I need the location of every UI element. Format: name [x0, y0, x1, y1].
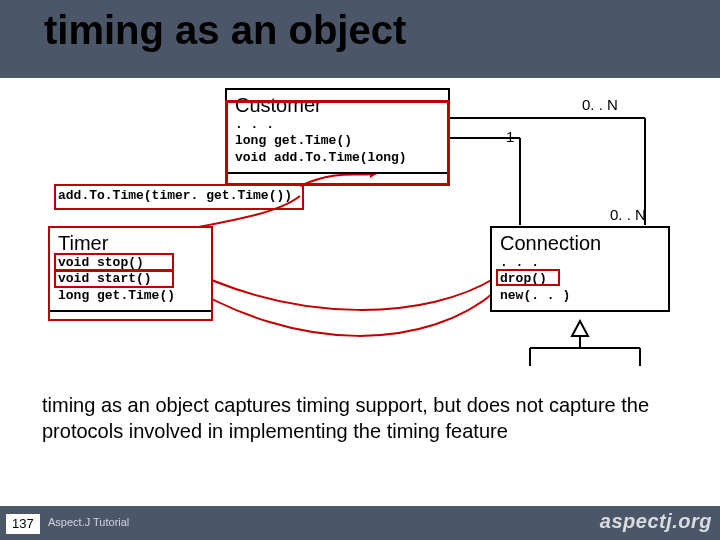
- tutorial-label: Aspect.J Tutorial: [48, 516, 129, 528]
- start-highlight: [54, 270, 174, 288]
- connection-method-new: new(. . ): [500, 288, 660, 304]
- slide-body-text: timing as an object captures timing supp…: [42, 392, 678, 444]
- uml-diagram: Customer . . . long get.Time() void add.…: [0, 78, 720, 378]
- connection-name: Connection: [500, 232, 660, 255]
- drop-highlight: [496, 269, 560, 286]
- svg-marker-5: [572, 321, 588, 336]
- multiplicity-zero-n-right: 0. . N: [610, 206, 646, 223]
- footer-band: 137 Aspect.J Tutorial aspectj.org: [0, 506, 720, 540]
- stop-highlight: [54, 253, 174, 271]
- aspectj-logo: aspectj.org: [600, 510, 712, 533]
- multiplicity-zero-n-top: 0. . N: [582, 96, 618, 113]
- slide-title: timing as an object: [44, 8, 406, 53]
- addtotime-call-label: add.To.Time(timer. get.Time()): [58, 188, 292, 203]
- page-number: 137: [6, 514, 40, 534]
- customer-highlight-box: [225, 100, 450, 186]
- title-band: timing as an object: [0, 0, 720, 78]
- multiplicity-one: 1: [506, 128, 514, 145]
